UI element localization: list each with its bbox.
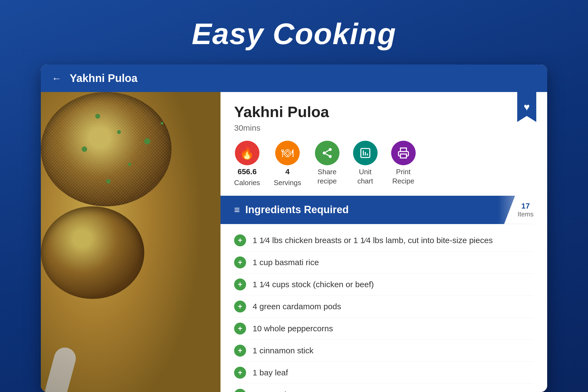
recipe-card: ← Yakhni Puloa — [41, 65, 547, 392]
add-ingredient-1-button[interactable]: + — [234, 234, 246, 246]
ingredients-count: 17 — [517, 202, 534, 210]
list-item: + 1 1⁄4 lbs chicken breasts or 1 1⁄4 lbs… — [234, 229, 534, 252]
bookmark-icon: ♥ — [524, 101, 530, 113]
stat-calories: 🔥 656.6 Calories — [234, 141, 260, 188]
list-icon: ≡ — [234, 204, 240, 216]
print-label: PrintRecipe — [392, 167, 414, 186]
recipe-header: Yakhni Puloa 30mins 🔥 656.6 Calories 🍽 4… — [220, 92, 547, 196]
recipe-title: Yakhni Puloa — [234, 103, 534, 121]
list-item: + 1 star anise — [234, 384, 534, 392]
svg-line-3 — [325, 154, 329, 156]
stat-share: Sharerecipe — [315, 141, 339, 186]
ingredient-8-text: 1 star anise — [253, 390, 295, 392]
ingredients-header: ≡ Ingredients Required 17 Items — [220, 196, 547, 224]
ingredient-7-text: 1 bay leaf — [253, 368, 288, 377]
list-item: + 1 cup basmati rice — [234, 252, 534, 274]
add-ingredient-4-button[interactable]: + — [234, 301, 246, 313]
ingredient-2-text: 1 cup basmati rice — [253, 258, 319, 267]
back-button[interactable]: ← — [52, 73, 62, 84]
calories-value: 656.6 — [238, 167, 257, 176]
list-item: + 10 whole peppercorns — [234, 318, 534, 340]
ingredients-count-wrapper: 17 Items — [517, 202, 534, 218]
svg-rect-9 — [400, 154, 406, 158]
ingredient-6-text: 1 cinnamon stick — [253, 346, 313, 355]
share-label: Sharerecipe — [317, 167, 337, 186]
stat-servings: 🍽 4 Servings — [274, 141, 301, 188]
add-ingredient-6-button[interactable]: + — [234, 345, 246, 357]
add-ingredient-3-button[interactable]: + — [234, 278, 246, 290]
ingredient-5-text: 10 whole peppercorns — [253, 324, 333, 333]
calories-icon[interactable]: 🔥 — [235, 141, 259, 165]
recipe-image — [41, 92, 220, 392]
servings-value: 4 — [285, 167, 290, 176]
recipe-stats: 🔥 656.6 Calories 🍽 4 Servings — [234, 141, 534, 188]
list-item: + 1 bay leaf — [234, 362, 534, 384]
app-title: Easy Cooking — [192, 16, 396, 51]
unit-label: Unitchart — [357, 167, 373, 186]
stat-unit: Unitchart — [353, 141, 378, 186]
share-icon[interactable] — [315, 141, 339, 165]
ingredient-1-text: 1 1⁄4 lbs chicken breasts or 1 1⁄4 lbs l… — [253, 236, 493, 245]
ingredients-count-label: Items — [517, 210, 534, 218]
servings-icon[interactable]: 🍽 — [275, 141, 300, 165]
stat-print: PrintRecipe — [391, 141, 416, 186]
add-ingredient-7-button[interactable]: + — [234, 367, 246, 379]
list-item: + 1 cinnamon stick — [234, 340, 534, 362]
ingredients-list: + 1 1⁄4 lbs chicken breasts or 1 1⁄4 lbs… — [220, 224, 547, 392]
calories-label: Calories — [234, 178, 260, 188]
ingredient-4-text: 4 green cardamom pods — [253, 302, 341, 311]
servings-label: Servings — [274, 178, 301, 188]
recipe-details: Yakhni Puloa 30mins 🔥 656.6 Calories 🍽 4… — [220, 92, 547, 392]
recipe-time: 30mins — [234, 123, 534, 133]
list-item: + 1 1⁄4 cups stock (chicken or beef) — [234, 274, 534, 296]
ingredients-header-left: ≡ Ingredients Required — [234, 204, 349, 216]
top-bar: ← Yakhni Puloa — [41, 65, 547, 92]
top-bar-title: Yakhni Puloa — [70, 72, 137, 84]
add-ingredient-5-button[interactable]: + — [234, 323, 246, 335]
svg-point-2 — [329, 155, 332, 158]
print-icon[interactable] — [391, 141, 416, 165]
list-item: + 4 green cardamom pods — [234, 296, 534, 318]
add-ingredient-2-button[interactable]: + — [234, 256, 246, 268]
unit-icon[interactable] — [353, 141, 378, 165]
add-ingredient-8-button[interactable]: + — [234, 389, 246, 392]
content-area: Yakhni Puloa 30mins 🔥 656.6 Calories 🍽 4… — [41, 92, 547, 392]
ingredients-title: Ingredients Required — [245, 204, 349, 216]
svg-point-1 — [323, 152, 326, 155]
ingredient-3-text: 1 1⁄4 cups stock (chicken or beef) — [253, 280, 374, 289]
svg-line-4 — [325, 150, 329, 152]
svg-point-0 — [329, 148, 332, 151]
